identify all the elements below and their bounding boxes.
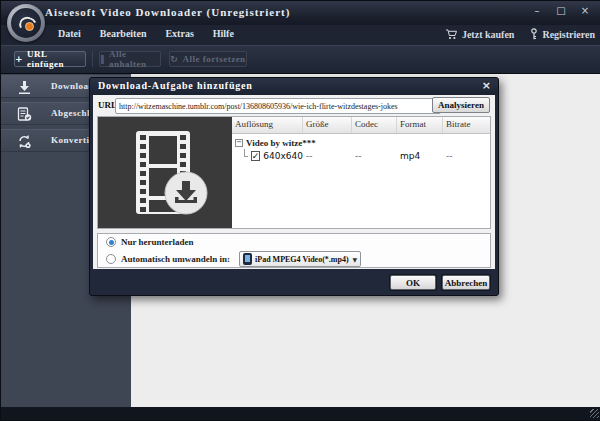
format-value: mp4 — [397, 151, 443, 161]
col-groesse: Größe — [303, 117, 352, 133]
resume-all-label: Alle fortsetzen — [182, 54, 245, 64]
dialog-footer: OK Abbrechen — [90, 269, 498, 295]
codec-value: -- — [352, 151, 397, 161]
toolbar: + URL einfügen ‖ Alle anhalten ↻ Alle fo… — [1, 45, 600, 74]
size-value: -- — [303, 151, 352, 161]
close-button[interactable]: × — [579, 5, 591, 16]
ipad-device-icon — [243, 253, 252, 265]
resume-all-button[interactable]: ↻ Alle fortsetzen — [169, 51, 247, 67]
resize-grip[interactable] — [590, 409, 599, 418]
col-format: Format — [397, 117, 443, 133]
toolbar-divider — [92, 51, 93, 67]
results-box: Auflösung Größe Codec Format Bitrate − V… — [97, 116, 491, 229]
url-input[interactable] — [115, 98, 441, 114]
download-only-label: Nur herunterladen — [121, 237, 194, 247]
app-logo-icon — [7, 4, 45, 42]
tree-connector — [244, 149, 248, 157]
add-url-button[interactable]: + URL einfügen — [14, 51, 86, 67]
video-group-row[interactable]: − Video by witze*** — [232, 134, 490, 149]
minimize-button[interactable]: – — [531, 5, 543, 16]
status-bar — [1, 407, 600, 420]
add-download-task-dialog: Download-Aufgabe hinzufügen × URL: Analy… — [89, 77, 499, 296]
menu-extras[interactable]: Extras — [165, 28, 193, 39]
col-aufloesung: Auflösung — [232, 117, 303, 133]
analyze-button[interactable]: Analysieren — [432, 97, 490, 113]
window-title: Aiseesoft Video Downloader (Unregistrier… — [45, 6, 290, 18]
key-icon — [530, 28, 538, 40]
register-link[interactable]: Registrieren — [530, 28, 595, 40]
cancel-button[interactable]: Abbrechen — [442, 275, 490, 290]
dialog-close-icon[interactable]: × — [482, 79, 491, 92]
pause-all-label: Alle anhalten — [109, 49, 160, 69]
filmstrip-download-icon — [98, 117, 232, 228]
auto-convert-label: Automatisch umwandeln in: — [121, 254, 230, 264]
table-header-row: Auflösung Größe Codec Format Bitrate — [232, 117, 490, 134]
collapse-toggle-icon[interactable]: − — [235, 139, 243, 147]
col-bitrate: Bitrate — [443, 117, 490, 133]
cart-icon — [445, 29, 458, 40]
resume-icon: ↻ — [170, 55, 178, 64]
convert-icon — [17, 134, 32, 149]
download-only-option[interactable]: Nur herunterladen — [106, 237, 194, 247]
download-options-box: Nur herunterladen Automatisch umwandeln … — [97, 233, 491, 268]
format-item-row[interactable]: ✓ 640x640 -- -- mp4 -- — [232, 149, 490, 163]
radio-download-only[interactable] — [106, 237, 116, 247]
download-icon — [17, 80, 32, 95]
register-label: Registrieren — [542, 29, 595, 40]
pause-icon: ‖ — [100, 55, 105, 64]
menu-bearbeiten[interactable]: Bearbeiten — [100, 28, 147, 39]
bitrate-value: -- — [443, 151, 490, 161]
auto-convert-option[interactable]: Automatisch umwandeln in: iPad MPEG4 Vid… — [106, 251, 361, 267]
video-thumbnail — [98, 117, 232, 228]
menu-bar: Datei Bearbeiten Extras Hilfe Jetzt kauf… — [1, 25, 600, 45]
dialog-body: URL: Analysieren — [93, 95, 495, 269]
buy-now-link[interactable]: Jetzt kaufen — [445, 29, 515, 40]
title-bar: Aiseesoft Video Downloader (Unregistrier… — [1, 1, 600, 25]
window-controls: – □ × — [531, 5, 591, 16]
dialog-title: Download-Aufgabe hinzufügen — [98, 80, 253, 91]
dialog-title-bar: Download-Aufgabe hinzufügen × — [90, 78, 498, 95]
completed-icon — [17, 107, 32, 122]
chevron-down-icon: ▼ — [352, 256, 357, 263]
app-window: Aiseesoft Video Downloader (Unregistrier… — [0, 0, 600, 421]
formats-table: Auflösung Größe Codec Format Bitrate − V… — [232, 117, 490, 228]
resolution-value: 640x640 — [263, 151, 303, 161]
output-format-dropdown[interactable]: iPad MPEG4 Video(*.mp4) ▼ — [239, 251, 361, 267]
maximize-button[interactable]: □ — [555, 5, 567, 16]
pause-all-button[interactable]: ‖ Alle anhalten — [99, 51, 161, 67]
url-row: URL: Analysieren — [93, 97, 495, 114]
add-url-label: URL einfügen — [27, 49, 85, 69]
video-group-label: Video by witze*** — [246, 138, 316, 148]
sidebar-item-label: Download — [51, 81, 94, 91]
ok-button[interactable]: OK — [390, 275, 436, 290]
menu-hilfe[interactable]: Hilfe — [213, 28, 234, 39]
output-format-value: iPad MPEG4 Video(*.mp4) — [255, 255, 349, 264]
col-codec: Codec — [352, 117, 397, 133]
format-checkbox[interactable]: ✓ — [251, 151, 261, 161]
plus-icon: + — [15, 55, 23, 64]
menu-datei[interactable]: Datei — [58, 28, 81, 39]
radio-auto-convert[interactable] — [106, 254, 116, 264]
buy-now-label: Jetzt kaufen — [462, 29, 515, 40]
